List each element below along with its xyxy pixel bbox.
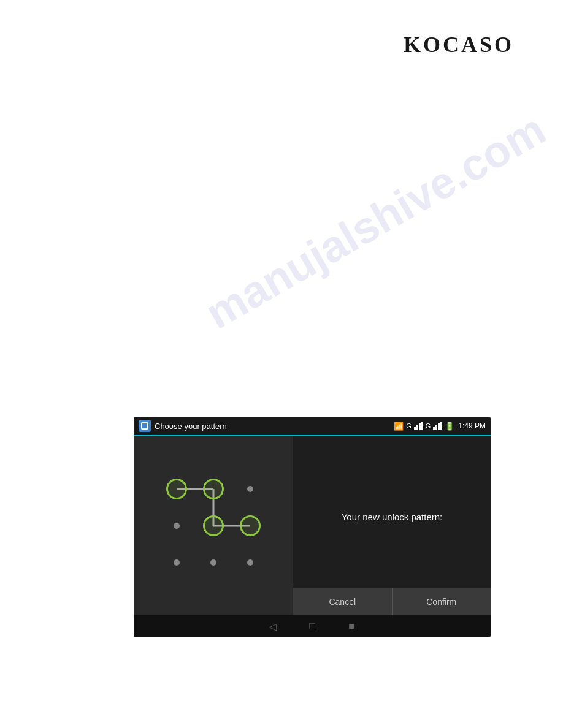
status-bar: Choose your pattern 📶 G G 🔋 1: [134,417,491,436]
unlock-pattern-heading: Your new unlock pattern: [342,512,443,522]
brand-logo: KOCASO [404,32,514,58]
button-row: Cancel Confirm [293,588,491,615]
pattern-dot-1-2 [210,559,216,566]
home-icon: □ [309,621,315,632]
pattern-dot-2-1 [240,515,261,536]
pattern-dot-0-2 [174,559,180,566]
status-bar-right: 📶 G G 🔋 1:49 PM [394,422,486,431]
device-screenshot: Choose your pattern 📶 G G 🔋 1: [134,417,491,637]
pattern-dot-0-0 [166,479,187,499]
signal-bars-1 [414,422,423,430]
pattern-dot-2-0 [247,486,253,492]
time-display: 1:49 PM [458,422,486,430]
pattern-dot-1-0 [203,479,224,499]
watermark: manujalshive.com [197,104,554,338]
signal-indicator-2: G [426,422,431,430]
confirm-button[interactable]: Confirm [393,588,491,615]
pattern-dot-1-1 [203,515,224,536]
recent-button[interactable]: ■ [344,619,359,634]
nav-bar: ◁ □ ■ [134,615,491,637]
pattern-dot-2-2 [247,559,253,566]
home-button[interactable]: □ [305,619,320,634]
battery-icon: 🔋 [445,422,454,431]
signal-indicator-1: G [406,422,412,430]
pattern-area [134,436,293,615]
back-button[interactable]: ◁ [266,619,280,634]
status-bar-left: Choose your pattern [139,420,394,432]
recent-icon: ■ [348,621,354,632]
signal-bars-2 [433,422,442,430]
pattern-grid [158,471,269,581]
app-icon [139,420,151,432]
cancel-button[interactable]: Cancel [293,588,393,615]
wifi-icon: 📶 [394,422,404,431]
app-title: Choose your pattern [155,422,227,431]
back-icon: ◁ [269,621,277,632]
pattern-dot-0-1 [174,523,180,529]
